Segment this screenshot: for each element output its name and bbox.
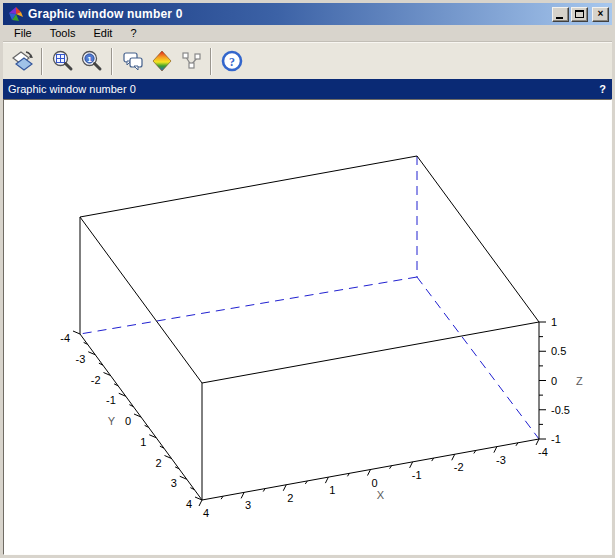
menu-file[interactable]: File <box>5 26 41 41</box>
figure-info-title: Graphic window number 0 <box>8 83 136 95</box>
x-tick-label: 4 <box>203 507 209 519</box>
svg-text:?: ? <box>229 55 235 69</box>
axis-tick-labels: -4-3-2-101234Y43210-1-2-3-4X-1-0.500.51Z <box>60 316 583 519</box>
scilab-graphic-window: Graphic window number 0 × File Tools Edi… <box>0 0 615 558</box>
toolbar-separator <box>210 48 212 75</box>
original-view-button[interactable]: 1 <box>77 47 106 76</box>
close-button[interactable]: × <box>592 7 609 22</box>
zoom-area-button[interactable] <box>48 47 77 76</box>
demo-icon <box>150 49 174 73</box>
maximize-icon <box>575 10 584 18</box>
help-button[interactable]: ? <box>217 47 246 76</box>
minimize-button[interactable] <box>552 7 569 22</box>
x-tick-label: -1 <box>412 469 422 481</box>
z-tick-label: 1 <box>551 316 557 328</box>
x-tick-label: 3 <box>245 499 251 511</box>
x-tick-label: 2 <box>287 492 293 504</box>
rotate-button[interactable] <box>7 47 36 76</box>
y-tick-label: 4 <box>186 498 192 510</box>
z-tick-label: 0 <box>551 375 557 387</box>
menu-help[interactable]: ? <box>121 26 145 41</box>
scilab-app-icon <box>8 6 24 22</box>
y-tick-label: 2 <box>155 457 161 469</box>
edit-objects-button[interactable] <box>176 47 205 76</box>
axes-box-solid-edges <box>80 156 539 500</box>
svg-text:1: 1 <box>87 55 92 64</box>
graphics-canvas[interactable]: -4-3-2-101234Y43210-1-2-3-4X-1-0.500.51Z <box>3 99 612 555</box>
dialogs-button[interactable] <box>118 47 147 76</box>
y-axis-label: Y <box>108 415 116 427</box>
original-view-icon: 1 <box>80 49 104 73</box>
demo-button[interactable] <box>147 47 176 76</box>
x-tick-label: 1 <box>329 484 335 496</box>
help-icon: ? <box>220 49 244 73</box>
x-tick-label: -2 <box>454 461 464 473</box>
menu-edit[interactable]: Edit <box>84 26 121 41</box>
zoom-area-icon <box>51 49 75 73</box>
maximize-button[interactable] <box>571 7 588 22</box>
edit-objects-icon <box>179 49 203 73</box>
y-tick-label: 3 <box>171 477 177 489</box>
toolbar-separator <box>111 48 113 75</box>
y-tick-label: -4 <box>60 332 70 344</box>
toolbar: 1 <box>3 42 612 79</box>
window-title: Graphic window number 0 <box>28 7 552 21</box>
x-axis-label: X <box>377 489 385 501</box>
figure-info-bar: Graphic window number 0 ? <box>3 79 612 99</box>
plot-3d-axes[interactable]: -4-3-2-101234Y43210-1-2-3-4X-1-0.500.51Z <box>4 100 611 554</box>
z-tick-label: 0.5 <box>551 345 566 357</box>
close-icon: × <box>598 9 604 19</box>
y-tick-label: 0 <box>125 415 131 427</box>
x-tick-label: -3 <box>496 454 506 466</box>
infobar-help-button[interactable]: ? <box>599 83 606 95</box>
menu-bar: File Tools Edit ? <box>3 25 612 42</box>
rotate-icon <box>10 49 34 73</box>
axis-ticks <box>73 322 546 506</box>
toolbar-separator <box>41 48 43 75</box>
z-tick-label: -0.5 <box>551 404 570 416</box>
dialogs-icon <box>121 49 145 73</box>
x-tick-label: 0 <box>371 477 377 489</box>
z-tick-label: -1 <box>551 433 561 445</box>
y-tick-label: -3 <box>75 353 85 365</box>
y-tick-label: 1 <box>140 436 146 448</box>
title-bar[interactable]: Graphic window number 0 × <box>3 3 612 25</box>
x-tick-label: -4 <box>538 446 548 458</box>
y-tick-label: -2 <box>91 374 101 386</box>
y-tick-label: -1 <box>106 394 116 406</box>
axes-box-hidden-edges <box>80 156 539 439</box>
menu-tools[interactable]: Tools <box>41 26 85 41</box>
minimize-icon <box>556 17 563 19</box>
z-axis-label: Z <box>576 375 583 387</box>
window-controls: × <box>552 7 609 22</box>
